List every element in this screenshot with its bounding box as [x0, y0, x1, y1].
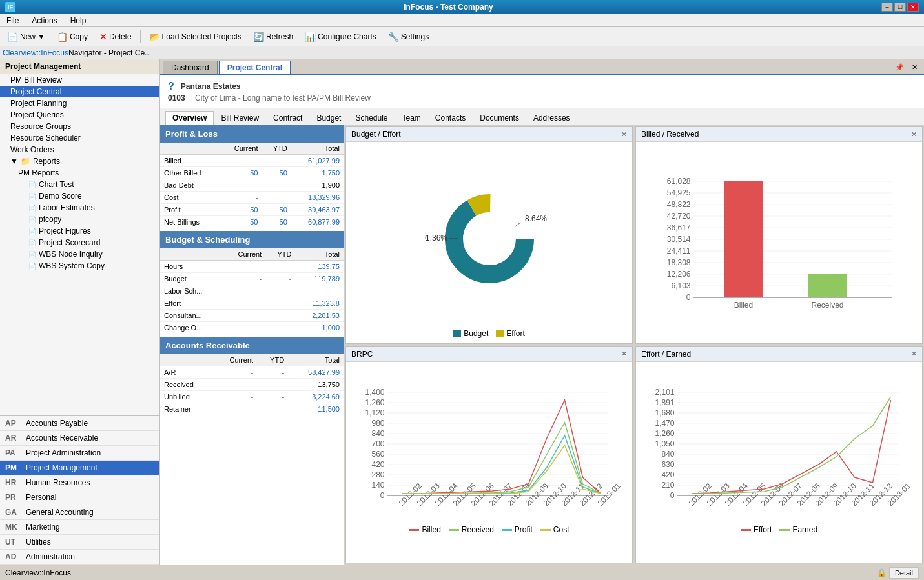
sidebar-item-project-planning[interactable]: Project Planning — [0, 97, 159, 109]
sidebar-module-pr[interactable]: PR Personal — [0, 490, 159, 505]
menu-help[interactable]: Help — [67, 15, 90, 26]
sidebar-item-wbs-system-copy[interactable]: 📄 WBS System Copy — [0, 260, 159, 272]
dashboard-content: Profit & Loss Current YTD Total Billed — [160, 125, 924, 565]
sidebar-item-wbs-node-inquiry[interactable]: 📄 WBS Node Inquiry — [0, 248, 159, 260]
sidebar-item-labor-estimates[interactable]: 📄 Labor Estimates — [0, 202, 159, 214]
detail-tab[interactable]: Detail — [889, 567, 919, 579]
bar-billed — [724, 181, 763, 297]
module-code-ga: GA — [5, 508, 21, 517]
table-row[interactable]: Net Billings 50 50 60,877.99 — [160, 216, 344, 228]
menu-file[interactable]: File — [3, 15, 23, 26]
module-code-ar: AR — [5, 434, 21, 443]
table-row[interactable]: Cost - 13,329.96 — [160, 192, 344, 204]
sidebar-module-pa[interactable]: PA Project Administration — [0, 446, 159, 461]
sidebar-item-reports[interactable]: ▼ 📁 Reports — [0, 155, 159, 167]
refresh-button[interactable]: 🔄 Refresh — [249, 29, 298, 45]
sidebar-item-work-orders[interactable]: Work Orders — [0, 144, 159, 155]
doc-icon-project-figures: 📄 — [28, 228, 36, 235]
chart-effort-earned: Effort / Earned ✕ 2,101 1,891 1,680 1,47… — [635, 346, 923, 564]
table-row[interactable]: Retainer 11,500 — [160, 403, 344, 415]
sub-tab-team[interactable]: Team — [395, 111, 428, 125]
project-title: ? Pantana Estates — [168, 81, 916, 92]
table-row[interactable]: Hours 139.75 — [160, 261, 344, 273]
module-label-hr: Human Resources — [26, 478, 90, 487]
menu-bar: File Actions Help — [0, 14, 924, 27]
close-button[interactable]: ✕ — [907, 3, 919, 12]
pl-col-label — [160, 143, 220, 155]
sidebar-module-hr[interactable]: HR Human Resources — [0, 475, 159, 490]
sidebar-item-resource-scheduler[interactable]: Resource Scheduler — [0, 132, 159, 144]
table-row[interactable]: A/R - - 58,427.99 — [160, 366, 344, 379]
menu-actions[interactable]: Actions — [28, 15, 61, 26]
table-row[interactable]: Consultan... 2,281.53 — [160, 310, 344, 322]
sub-tab-contract[interactable]: Contract — [266, 111, 309, 125]
left-panel: Profit & Loss Current YTD Total Billed — [160, 125, 344, 565]
sub-tab-overview[interactable]: Overview — [165, 111, 214, 125]
sidebar-module-mk[interactable]: MK Marketing — [0, 520, 159, 535]
sidebar-module-ad[interactable]: AD Administration — [0, 550, 159, 565]
sidebar-module-ar[interactable]: AR Accounts Receivable — [0, 431, 159, 446]
chart-effort-earned-close[interactable]: ✕ — [911, 350, 917, 358]
sub-tab-schedule[interactable]: Schedule — [348, 111, 395, 125]
new-button[interactable]: 📄 New ▼ — [3, 29, 50, 45]
table-row[interactable]: Budget - - 119,789 — [160, 273, 344, 285]
tab-project-central[interactable]: Project Central — [219, 61, 291, 74]
sidebar-item-pfcopy[interactable]: 📄 pfcopy — [0, 214, 159, 225]
sidebar-item-project-queries[interactable]: Project Queries — [0, 109, 159, 121]
load-icon: 📂 — [149, 32, 160, 42]
sidebar-item-pm-reports[interactable]: PM Reports — [0, 167, 159, 179]
table-row[interactable]: Change O... 1,000 — [160, 322, 344, 334]
sidebar-module-ap[interactable]: AP Accounts Payable — [0, 416, 159, 431]
sidebar-item-project-scorecard[interactable]: 📄 Project Scorecard — [0, 237, 159, 248]
delete-button[interactable]: ✕ Delete — [95, 29, 136, 45]
load-selected-button[interactable]: 📂 Load Selected Projects — [145, 29, 246, 45]
svg-text:700: 700 — [371, 439, 384, 448]
maximize-button[interactable]: ☐ — [894, 3, 906, 12]
settings-button[interactable]: 🔧 Settings — [384, 29, 433, 45]
minimize-button[interactable]: – — [881, 3, 893, 12]
title-bar: IF InFocus - Test Company – ☐ ✕ — [0, 0, 924, 14]
sidebar-module-ga[interactable]: GA General Accounting — [0, 505, 159, 520]
table-row[interactable]: Labor Sch... — [160, 285, 344, 297]
table-row[interactable]: Unbilled - - 3,224.69 — [160, 391, 344, 403]
table-row[interactable]: Received 13,750 — [160, 379, 344, 391]
sub-tab-contacts[interactable]: Contacts — [428, 111, 473, 125]
content-area: Dashboard Project Central 📌 ✕ ? Pantana … — [160, 59, 924, 565]
sub-tab-documents[interactable]: Documents — [473, 111, 526, 125]
sidebar-item-chart-test[interactable]: 📄 Chart Test — [0, 179, 159, 190]
table-row[interactable]: Other Billed 50 50 1,750 — [160, 167, 344, 179]
legend-color-brpc-billed — [409, 529, 419, 531]
chart-budget-effort-close[interactable]: ✕ — [621, 130, 627, 139]
copy-button[interactable]: 📋 Copy — [52, 29, 92, 45]
sidebar-item-resource-groups[interactable]: Resource Groups — [0, 121, 159, 132]
configure-charts-button[interactable]: 📊 Configure Charts — [300, 29, 381, 45]
table-row[interactable]: Bad Debt 1,900 — [160, 179, 344, 192]
profit-loss-header: Profit & Loss — [160, 125, 344, 143]
module-label-ut: Utilities — [26, 537, 51, 546]
table-row[interactable]: Billed 61,027.99 — [160, 155, 344, 167]
legend-label-budget: Budget — [464, 329, 488, 338]
bs-col-label — [160, 248, 223, 261]
chart-brpc-close[interactable]: ✕ — [621, 350, 627, 358]
table-row[interactable]: Effort 11,323.8 — [160, 297, 344, 310]
svg-text:36,617: 36,617 — [667, 223, 691, 232]
sidebar-item-project-figures[interactable]: 📄 Project Figures — [0, 225, 159, 237]
tab-close-all-button[interactable]: ✕ — [908, 62, 921, 73]
sub-tab-addresses[interactable]: Addresses — [526, 111, 577, 125]
sidebar-item-pm-bill-review[interactable]: PM Bill Review — [0, 74, 159, 86]
doc-icon-labor-estimates: 📄 — [28, 205, 36, 212]
configure-icon: 📊 — [305, 32, 316, 42]
chart-billed-received-title: Billed / Received — [641, 130, 699, 139]
sidebar-item-demo-score[interactable]: 📄 Demo Score — [0, 190, 159, 202]
sidebar-module-pm[interactable]: PM Project Management — [0, 461, 159, 475]
tab-dashboard[interactable]: Dashboard — [163, 61, 218, 74]
sidebar-module-ut[interactable]: UT Utilities — [0, 535, 159, 550]
sub-tab-budget[interactable]: Budget — [309, 111, 348, 125]
main-container: Project Management PM Bill Review Projec… — [0, 59, 924, 565]
sub-tab-bill-review[interactable]: Bill Review — [214, 111, 266, 125]
sidebar-item-project-central[interactable]: Project Central — [0, 86, 159, 97]
chart-billed-received-close[interactable]: ✕ — [911, 130, 917, 139]
nav-link-clearview[interactable]: Clearview::InFocus — [3, 48, 68, 57]
table-row[interactable]: Profit 50 50 39,463.97 — [160, 204, 344, 216]
tab-pin-button[interactable]: 📌 — [891, 62, 908, 73]
